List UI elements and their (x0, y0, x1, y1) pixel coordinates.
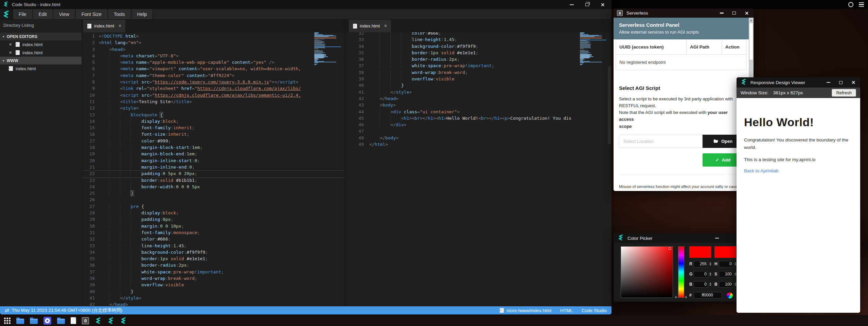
document-icon[interactable] (71, 317, 76, 324)
sidebar-section-www[interactable]: ▾WWW (0, 57, 82, 64)
field-value-input[interactable]: 100 (719, 281, 733, 288)
code-line: 28 display:block; (82, 210, 345, 216)
tab-index-html[interactable]: index.html ✕ (349, 20, 391, 32)
stepper-icon[interactable] (709, 283, 712, 286)
stepper-icon[interactable] (709, 272, 712, 276)
color-wheel-icon[interactable] (727, 292, 733, 299)
line-number: 1 (82, 33, 99, 39)
refresh-button[interactable]: Refresh (832, 89, 856, 97)
folder-icon[interactable] (30, 319, 38, 324)
sidebar-item-index.html[interactable]: index.html (0, 64, 82, 73)
text-line: Misuse of serverless function might affe… (619, 183, 743, 191)
line-number: 36 (82, 262, 99, 268)
menu-item-help[interactable]: Help (131, 9, 154, 19)
minimize-icon[interactable] (715, 238, 719, 239)
preview-page: Hello World! Congratulation! You discove… (737, 98, 860, 313)
back-link[interactable]: Back to Aprintlab (744, 168, 778, 173)
serverless-app-icon[interactable]: 0 (82, 317, 89, 324)
hex-input[interactable]: ff0000 (694, 292, 722, 299)
line-text: background-color:#f9f9f9; (369, 43, 573, 50)
field-value-input[interactable]: 255 (694, 261, 708, 267)
menu-item-file[interactable]: File (13, 9, 33, 19)
close-icon[interactable]: ✕ (9, 51, 13, 55)
editor-pane-1[interactable]: index.html ✕ 1<!DOCTYPE html>2<html lang… (82, 20, 345, 306)
code-studio-app-icon[interactable] (107, 317, 114, 324)
field-value-input[interactable]: 100 (719, 271, 733, 277)
line-text: overflow:visible (369, 76, 573, 82)
line-text: line-height:1.45; (369, 36, 573, 43)
menu-item-font-size[interactable]: Font Size (76, 9, 108, 19)
code-line: 41 </style> (82, 295, 345, 301)
status-language[interactable]: HTML (560, 308, 573, 313)
tab-index-html[interactable]: index.html ✕ (83, 20, 125, 32)
menu-item-view[interactable]: View (53, 9, 76, 19)
location-input[interactable]: Select Location (619, 135, 703, 148)
scrollbar-thumb[interactable] (608, 66, 611, 144)
code-studio-app-icon[interactable] (95, 317, 102, 324)
status-datetime: Thu May 11 2023 21:54:48 GMT+0800 (台北標準時… (12, 307, 123, 313)
close-icon[interactable]: ✕ (601, 2, 605, 7)
status-file-path[interactable]: store:/www/index.html (507, 308, 551, 313)
minimap[interactable] (580, 32, 606, 65)
line-number: 27 (82, 203, 99, 210)
code-line: 8 <script src="https://code.jquery.com/j… (82, 79, 345, 85)
title-bar[interactable]: Responsive Design Viewer ✕ (737, 77, 860, 88)
field-value-input[interactable]: 0 (694, 281, 708, 288)
sidebar-section-open-editors[interactable]: ▾OPEN EDITORS (0, 33, 82, 40)
editor-pane-2[interactable]: index.html ✕ 32 color:#666;33 line-heigh… (345, 20, 612, 306)
folder-icon[interactable] (16, 319, 24, 324)
menu-item-tools[interactable]: Tools (108, 9, 131, 19)
line-number: 41 (346, 89, 369, 95)
line-number: 10 (82, 92, 99, 98)
maximize-icon[interactable] (839, 81, 843, 84)
color-picker-handle[interactable] (668, 247, 671, 250)
close-icon[interactable]: ✕ (851, 80, 855, 85)
scrollbar-thumb[interactable] (749, 23, 753, 60)
code-studio-app-icon[interactable] (120, 317, 127, 324)
line-text: word-wrap:break-word; (369, 69, 573, 76)
column-header: Action (722, 40, 746, 55)
line-number: 37 (346, 62, 369, 69)
color-field-r: R255 (689, 261, 712, 267)
line-number: 7 (82, 72, 99, 79)
code-editor[interactable]: 1<!DOCTYPE html>2<html lang="en">3 <head… (82, 32, 345, 306)
chevron-down-icon: ▾ (3, 59, 4, 62)
line-text: blockquote { (99, 112, 311, 118)
line-number: 18 (82, 144, 99, 151)
field-value-input[interactable]: 0 (694, 271, 708, 277)
close-tab-icon[interactable]: ✕ (118, 24, 121, 28)
media-app-icon[interactable] (43, 317, 51, 325)
menu-icon[interactable] (859, 2, 864, 7)
color-field-s: S100 (714, 271, 737, 277)
close-tab-icon[interactable]: ✕ (384, 24, 387, 28)
line-text: margin-inline-end:0; (99, 164, 311, 170)
close-icon[interactable]: ✕ (745, 11, 749, 16)
field-value-input[interactable]: 0 (719, 261, 733, 267)
scroll-up-icon[interactable]: ▲ (749, 18, 754, 21)
maximize-icon[interactable] (732, 12, 736, 15)
title-bar[interactable]: Color Picker (614, 233, 743, 243)
code-editor[interactable]: 32 color:#666;33 line-height:1.45;34 bac… (346, 32, 612, 306)
restore-icon[interactable] (585, 3, 589, 6)
line-number: 47 (346, 128, 369, 134)
hue-slider[interactable] (678, 246, 684, 298)
line-text: </style> (99, 295, 311, 301)
line-number: 2 (82, 39, 99, 46)
stepper-icon[interactable] (709, 262, 712, 266)
close-icon[interactable]: ✕ (9, 42, 13, 47)
menu-item-edit[interactable]: Edit (33, 9, 53, 19)
sidebar-item-index.html[interactable]: ✕index.html (0, 40, 82, 49)
saturation-value-area[interactable] (621, 246, 673, 298)
code-line: 15 font-family:inherit; (82, 124, 345, 131)
app-grid-icon[interactable] (4, 318, 11, 324)
code-line: 12 <style> (82, 105, 345, 111)
minimize-icon[interactable] (720, 13, 724, 14)
minimize-icon[interactable] (570, 4, 574, 5)
minimize-icon[interactable] (827, 82, 830, 83)
folder-icon[interactable] (57, 319, 65, 324)
sidebar-item-index.html[interactable]: ✕index.html (0, 49, 82, 57)
minimap[interactable] (314, 32, 341, 65)
title-bar[interactable]: 0 Serverless ✕ (614, 8, 754, 18)
title-bar[interactable]: Code Studio - index.html ✕ (0, 0, 612, 9)
loader-circle-icon[interactable] (848, 2, 853, 7)
